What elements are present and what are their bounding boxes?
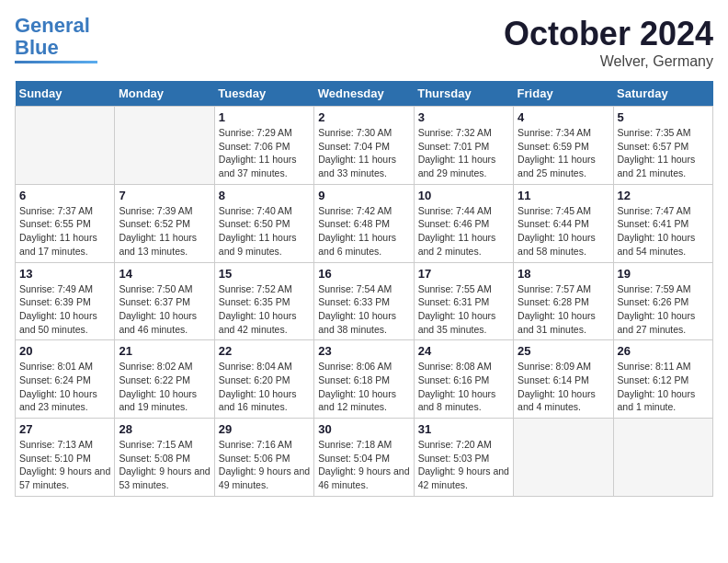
calendar-cell: 11Sunrise: 7:45 AMSunset: 6:44 PMDayligh… [514,184,613,262]
day-info: Sunrise: 7:39 AMSunset: 6:52 PMDaylight:… [119,204,210,259]
day-info: Sunrise: 7:52 AMSunset: 6:35 PMDaylight:… [219,282,310,337]
day-number: 30 [318,422,409,436]
calendar-cell: 3Sunrise: 7:32 AMSunset: 7:01 PMDaylight… [414,107,513,185]
day-info: Sunrise: 8:11 AMSunset: 6:12 PMDaylight:… [618,360,709,414]
calendar-cell: 14Sunrise: 7:50 AMSunset: 6:37 PMDayligh… [115,262,214,340]
calendar-cell: 7Sunrise: 7:39 AMSunset: 6:52 PMDaylight… [115,184,214,262]
col-header-monday: Monday [115,81,214,107]
day-info: Sunrise: 7:30 AMSunset: 7:04 PMDaylight:… [318,126,409,180]
day-info: Sunrise: 7:29 AMSunset: 7:06 PMDaylight:… [219,126,310,180]
logo-underline [15,61,97,63]
day-number: 1 [219,110,310,124]
day-info: Sunrise: 7:13 AMSunset: 5:10 PMDaylight:… [19,438,110,492]
col-header-wednesday: Wednesday [314,81,414,107]
calendar-cell [16,107,115,185]
day-number: 23 [318,344,409,358]
day-info: Sunrise: 8:01 AMSunset: 6:24 PMDaylight:… [19,360,110,414]
day-info: Sunrise: 7:16 AMSunset: 5:06 PMDaylight:… [219,438,310,492]
calendar-cell: 15Sunrise: 7:52 AMSunset: 6:35 PMDayligh… [214,262,313,340]
calendar-table: SundayMondayTuesdayWednesdayThursdayFrid… [15,81,713,497]
calendar-cell: 6Sunrise: 7:37 AMSunset: 6:55 PMDaylight… [16,184,115,262]
calendar-cell: 29Sunrise: 7:16 AMSunset: 5:06 PMDayligh… [214,419,313,497]
day-number: 10 [418,189,509,202]
day-number: 2 [318,110,409,124]
month-title: October 2024 [504,15,713,53]
day-number: 9 [318,189,409,202]
day-number: 5 [618,110,709,124]
calendar-cell: 21Sunrise: 8:02 AMSunset: 6:22 PMDayligh… [115,340,214,419]
day-info: Sunrise: 7:37 AMSunset: 6:55 PMDaylight:… [19,204,110,259]
calendar-cell: 28Sunrise: 7:15 AMSunset: 5:08 PMDayligh… [115,419,214,497]
col-header-sunday: Sunday [16,81,115,107]
header-row: SundayMondayTuesdayWednesdayThursdayFrid… [16,81,713,107]
day-number: 21 [119,344,210,358]
calendar-cell [514,419,613,497]
day-info: Sunrise: 7:45 AMSunset: 6:44 PMDaylight:… [518,204,609,259]
logo: GeneralBlue [15,15,97,63]
calendar-cell: 18Sunrise: 7:57 AMSunset: 6:28 PMDayligh… [514,262,613,340]
col-header-thursday: Thursday [414,81,513,107]
calendar-cell: 31Sunrise: 7:20 AMSunset: 5:03 PMDayligh… [414,419,513,497]
day-number: 29 [219,422,310,436]
calendar-cell: 23Sunrise: 8:06 AMSunset: 6:18 PMDayligh… [314,340,414,419]
day-info: Sunrise: 7:50 AMSunset: 6:37 PMDaylight:… [119,282,210,337]
day-info: Sunrise: 7:18 AMSunset: 5:04 PMDaylight:… [318,438,409,492]
calendar-cell: 2Sunrise: 7:30 AMSunset: 7:04 PMDaylight… [314,107,414,185]
calendar-cell: 27Sunrise: 7:13 AMSunset: 5:10 PMDayligh… [16,419,115,497]
day-info: Sunrise: 8:04 AMSunset: 6:20 PMDaylight:… [219,360,310,414]
day-info: Sunrise: 7:59 AMSunset: 6:26 PMDaylight:… [618,282,709,337]
day-number: 13 [19,267,110,281]
calendar-cell: 12Sunrise: 7:47 AMSunset: 6:41 PMDayligh… [613,184,712,262]
day-info: Sunrise: 7:44 AMSunset: 6:46 PMDaylight:… [418,204,509,259]
calendar-cell: 5Sunrise: 7:35 AMSunset: 6:57 PMDaylight… [613,107,712,185]
day-info: Sunrise: 7:54 AMSunset: 6:33 PMDaylight:… [318,282,409,337]
calendar-cell: 1Sunrise: 7:29 AMSunset: 7:06 PMDaylight… [214,107,313,185]
day-number: 4 [518,110,609,124]
day-number: 28 [119,422,210,436]
day-number: 15 [219,267,310,281]
col-header-saturday: Saturday [613,81,712,107]
title-area: October 2024 Welver, Germany [504,15,713,70]
day-number: 17 [418,267,509,281]
day-info: Sunrise: 8:02 AMSunset: 6:22 PMDaylight:… [119,360,210,414]
day-number: 16 [318,267,409,281]
day-info: Sunrise: 7:15 AMSunset: 5:08 PMDaylight:… [119,438,210,492]
day-info: Sunrise: 7:49 AMSunset: 6:39 PMDaylight:… [19,282,110,337]
calendar-cell [115,107,214,185]
calendar-week-2: 6Sunrise: 7:37 AMSunset: 6:55 PMDaylight… [16,184,713,262]
calendar-cell: 26Sunrise: 8:11 AMSunset: 6:12 PMDayligh… [613,340,712,419]
calendar-cell: 16Sunrise: 7:54 AMSunset: 6:33 PMDayligh… [314,262,414,340]
day-number: 26 [618,344,709,358]
page-header: GeneralBlue October 2024 Welver, Germany [15,15,713,70]
col-header-tuesday: Tuesday [214,81,313,107]
logo-text: GeneralBlue [15,15,90,59]
calendar-cell: 30Sunrise: 7:18 AMSunset: 5:04 PMDayligh… [314,419,414,497]
day-info: Sunrise: 7:42 AMSunset: 6:48 PMDaylight:… [318,204,409,259]
calendar-week-1: 1Sunrise: 7:29 AMSunset: 7:06 PMDaylight… [16,107,713,185]
day-number: 31 [418,422,509,436]
calendar-cell: 4Sunrise: 7:34 AMSunset: 6:59 PMDaylight… [514,107,613,185]
day-info: Sunrise: 8:08 AMSunset: 6:16 PMDaylight:… [418,360,509,414]
day-number: 25 [518,344,609,358]
calendar-week-4: 20Sunrise: 8:01 AMSunset: 6:24 PMDayligh… [16,340,713,419]
day-number: 12 [618,189,709,202]
day-info: Sunrise: 7:32 AMSunset: 7:01 PMDaylight:… [418,126,509,180]
day-number: 20 [19,344,110,358]
day-number: 22 [219,344,310,358]
col-header-friday: Friday [514,81,613,107]
day-info: Sunrise: 7:55 AMSunset: 6:31 PMDaylight:… [418,282,509,337]
day-number: 6 [19,189,110,202]
calendar-cell: 8Sunrise: 7:40 AMSunset: 6:50 PMDaylight… [214,184,313,262]
calendar-cell: 24Sunrise: 8:08 AMSunset: 6:16 PMDayligh… [414,340,513,419]
day-info: Sunrise: 8:09 AMSunset: 6:14 PMDaylight:… [518,360,609,414]
day-number: 27 [19,422,110,436]
calendar-cell [613,419,712,497]
day-number: 3 [418,110,509,124]
calendar-week-3: 13Sunrise: 7:49 AMSunset: 6:39 PMDayligh… [16,262,713,340]
day-number: 18 [518,267,609,281]
calendar-cell: 25Sunrise: 8:09 AMSunset: 6:14 PMDayligh… [514,340,613,419]
calendar-cell: 10Sunrise: 7:44 AMSunset: 6:46 PMDayligh… [414,184,513,262]
day-info: Sunrise: 7:34 AMSunset: 6:59 PMDaylight:… [518,126,609,180]
day-info: Sunrise: 7:57 AMSunset: 6:28 PMDaylight:… [518,282,609,337]
calendar-cell: 13Sunrise: 7:49 AMSunset: 6:39 PMDayligh… [16,262,115,340]
